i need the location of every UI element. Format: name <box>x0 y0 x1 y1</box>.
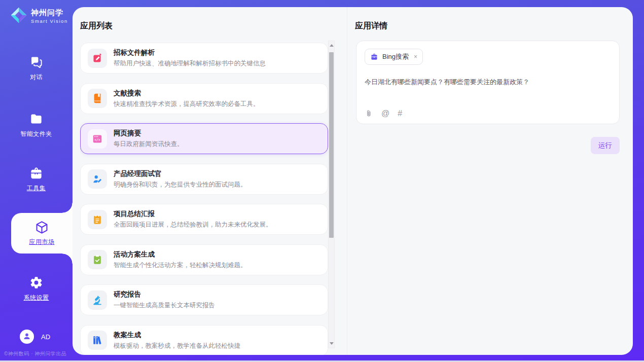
app-card-desc: 模板驱动，教案秒成，教学准备从此轻松快捷 <box>114 342 240 350</box>
person-icon <box>22 332 31 342</box>
sidebar-item-label: 对话 <box>30 73 43 82</box>
attachment-row: @# <box>365 109 611 118</box>
app-card[interactable]: 教案生成模板驱动，教案秒成，教学准备从此轻松快捷 <box>80 325 328 355</box>
app-card-title: 文献搜索 <box>114 89 260 98</box>
app-card-title: 教案生成 <box>114 331 240 340</box>
app-card-desc: 全面回顾项目进展，总结经验教训，助力未来优化发展。 <box>114 221 272 229</box>
clipboard-check-icon <box>88 250 107 269</box>
app-card[interactable]: 项目总结汇报全面回顾项目进展，总结经验教训，助力未来优化发展。 <box>80 204 328 235</box>
tool-tag-label: Bing搜索 <box>382 52 409 61</box>
books-icon <box>88 331 107 350</box>
tool-tag-bing-search[interactable]: Bing搜索 × <box>365 49 423 65</box>
at-icon[interactable]: @ <box>381 110 389 118</box>
sidebar-item-label: 智能文件夹 <box>20 130 52 138</box>
sidebar-item-label: 工具集 <box>27 184 46 193</box>
app-list-panel: 应用列表 招标文件解析帮助用户快速、准确地理解和解析招标书中的关键信息文献搜索快… <box>73 7 347 355</box>
sidebar-item-label: 系统设置 <box>24 294 49 302</box>
interviewer-icon <box>88 169 107 189</box>
app-card[interactable]: 研究报告一键智能生成高质量长文本研究报告 <box>80 284 328 315</box>
app-card-desc: 快速精准查找学术资源，提高研究效率的必备工具。 <box>114 100 260 108</box>
sidebar-item-label: 应用市场 <box>29 238 55 246</box>
app-detail-title: 应用详情 <box>355 21 387 31</box>
app-card-title: 活动方案生成 <box>114 250 247 259</box>
svg-text:</>: </> <box>94 138 100 142</box>
chat-icon <box>29 55 43 69</box>
sidebar-item-4[interactable]: 应用市场 <box>11 213 73 254</box>
sidebar-item-5[interactable]: 系统设置 <box>0 275 73 302</box>
scroll-down-icon[interactable] <box>330 342 334 345</box>
app-card-title: 项目总结汇报 <box>114 209 272 219</box>
briefcase-icon <box>370 53 378 61</box>
cube-icon <box>34 221 49 235</box>
brand-logo: 神州问学 Smart Vision <box>10 6 68 26</box>
gear-icon <box>29 275 43 289</box>
copyright-footer: ©神州数码 · 神州问学出品 <box>4 350 66 357</box>
paperclip-icon[interactable] <box>365 109 373 118</box>
user-account[interactable]: AD <box>20 330 50 344</box>
main-content: 应用列表 招标文件解析帮助用户快速、准确地理解和解析招标书中的关键信息文献搜索快… <box>73 7 633 355</box>
app-card[interactable]: 文献搜索快速精准查找学术资源，提高研究效率的必备工具。 <box>80 83 328 114</box>
app-card[interactable]: 产品经理面试官明确身份和职责，为您提供专业性的面试问题。 <box>80 164 328 195</box>
toolbox-icon <box>29 166 43 180</box>
sidebar-item-2[interactable]: 智能文件夹 <box>0 112 73 138</box>
notepad-icon <box>88 210 107 229</box>
app-card-title: 招标文件解析 <box>114 48 266 57</box>
folder-icon <box>29 112 43 126</box>
app-detail-panel: 应用详情 Bing搜索 × 今日湖北有哪些新闻要点？有哪些需要关注的最新政策？ … <box>348 7 633 355</box>
scrollbar-thumb[interactable] <box>329 52 334 238</box>
hash-icon[interactable]: # <box>398 110 402 118</box>
prompt-card: Bing搜索 × 今日湖北有哪些新闻要点？有哪些需要关注的最新政策？ @# <box>356 41 620 124</box>
brand-name: 神州问学 <box>31 9 68 17</box>
app-card-title: 产品经理面试官 <box>114 169 247 178</box>
app-card[interactable]: </>网页摘要每日政府新闻资讯快查。 <box>80 123 328 154</box>
avatar[interactable] <box>20 330 34 344</box>
app-list-title: 应用列表 <box>80 21 113 31</box>
scroll-up-icon[interactable] <box>330 44 334 47</box>
app-card-desc: 明确身份和职责，为您提供专业性的面试问题。 <box>114 180 247 189</box>
sidebar-item-3[interactable]: 工具集 <box>0 166 73 193</box>
app-card[interactable]: 招标文件解析帮助用户快速、准确地理解和解析招标书中的关键信息 <box>80 43 328 74</box>
microscope-icon <box>88 291 107 310</box>
user-initials: AD <box>41 333 50 341</box>
app-card-desc: 每日政府新闻资讯快查。 <box>114 140 184 149</box>
app-card-title: 网页摘要 <box>114 129 184 138</box>
sidebar-item-1[interactable]: 对话 <box>0 55 73 82</box>
app-card-desc: 帮助用户快速、准确地理解和解析招标书中的关键信息 <box>114 59 266 68</box>
app-card-desc: 智能生成个性化活动方案，轻松解决规划难题。 <box>114 261 247 270</box>
browser-code-icon: </> <box>88 129 107 149</box>
app-card-list: 招标文件解析帮助用户快速、准确地理解和解析招标书中的关键信息文献搜索快速精准查找… <box>80 43 328 355</box>
run-button[interactable]: 运行 <box>591 137 620 154</box>
book-icon <box>88 89 107 108</box>
sidebar: 神州问学 Smart Vision 对话智能文件夹工具集应用市场系统设置 AD … <box>0 0 73 362</box>
app-card-desc: 一键智能生成高质量长文本研究报告 <box>114 301 215 310</box>
close-icon[interactable]: × <box>414 53 417 60</box>
scrollbar[interactable] <box>328 41 335 348</box>
app-card[interactable]: 活动方案生成智能生成个性化活动方案，轻松解决规划难题。 <box>80 244 328 275</box>
diamond-logo-icon <box>10 6 28 26</box>
doc-edit-icon <box>88 49 107 68</box>
prompt-input[interactable]: 今日湖北有哪些新闻要点？有哪些需要关注的最新政策？ <box>365 78 611 87</box>
brand-tagline: Smart Vision <box>31 18 68 24</box>
app-card-title: 研究报告 <box>114 290 215 299</box>
